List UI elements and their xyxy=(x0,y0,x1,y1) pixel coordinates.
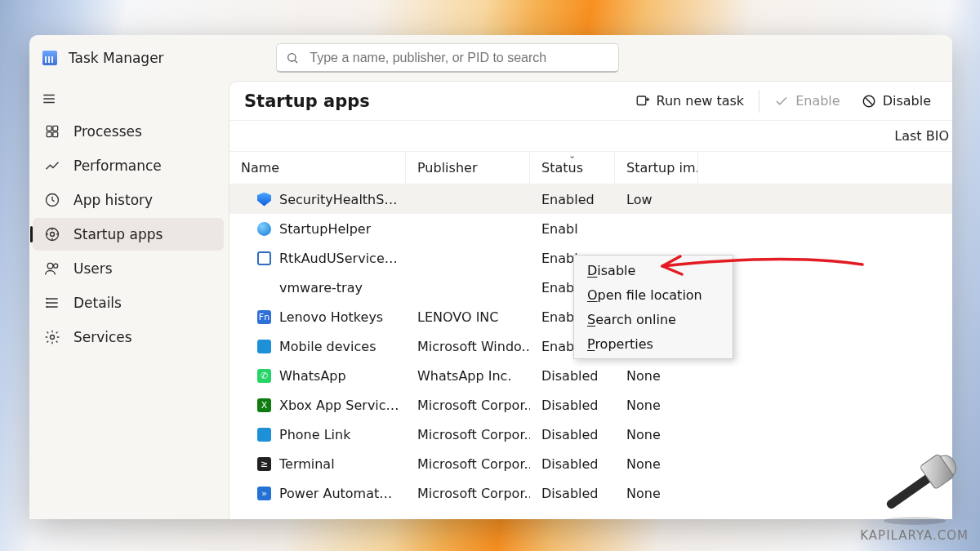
table-row[interactable]: »Power Automate D...Microsoft Corpor...D… xyxy=(229,478,952,508)
sidebar: Processes Performance App history Startu… xyxy=(29,81,229,519)
performance-icon xyxy=(44,158,60,174)
cell-impact: Low xyxy=(615,184,698,214)
cell-impact: None xyxy=(615,478,698,508)
titlebar: Task Manager xyxy=(29,35,952,81)
task-manager-icon xyxy=(42,51,57,65)
panel-header: Startup apps Run new task Enable Disable xyxy=(229,82,952,121)
context-menu-properties[interactable]: Properties xyxy=(576,331,731,356)
sidebar-item-details[interactable]: Details xyxy=(33,287,224,319)
cell-publisher xyxy=(406,243,530,273)
svg-point-22 xyxy=(47,303,47,304)
table-row[interactable]: ≥TerminalMicrosoft Corpor...DisabledNone xyxy=(229,449,952,478)
monitor-icon xyxy=(257,340,271,353)
table-row[interactable]: Phone LinkMicrosoft Corpor...DisabledNon… xyxy=(229,420,952,449)
column-status[interactable]: ⌄ Status xyxy=(530,152,615,184)
shield-icon xyxy=(257,193,271,207)
svg-rect-25 xyxy=(637,96,646,105)
sidebar-item-app-history[interactable]: App history xyxy=(33,184,224,216)
sidebar-item-startup-apps[interactable]: Startup apps xyxy=(33,218,224,251)
cell-publisher: Microsoft Windo... xyxy=(406,331,530,361)
xbox-icon: X xyxy=(257,398,271,412)
cell-name: StartupHelper xyxy=(229,214,406,243)
svg-point-17 xyxy=(54,264,58,268)
cell-impact: None xyxy=(615,420,698,449)
search-box[interactable] xyxy=(276,43,619,73)
cell-status: Disabled xyxy=(530,478,615,508)
square-icon xyxy=(257,251,271,265)
sidebar-item-users[interactable]: Users xyxy=(33,252,224,285)
cell-spacer xyxy=(698,390,952,420)
globe-icon xyxy=(257,222,271,236)
cell-publisher xyxy=(406,273,530,302)
table-row[interactable]: SecurityHealthSystr...EnabledLow xyxy=(229,184,952,214)
flow-icon: » xyxy=(257,487,271,500)
startup-icon xyxy=(44,226,60,242)
cell-spacer xyxy=(698,331,952,361)
cell-spacer xyxy=(698,243,952,273)
context-menu-disable[interactable]: Disable xyxy=(576,258,731,282)
users-icon xyxy=(44,260,60,277)
watermark-text: KAPILARYA.COM xyxy=(860,528,969,543)
sidebar-item-performance[interactable]: Performance xyxy=(33,149,224,182)
context-menu-open-file-location[interactable]: Open file location xyxy=(576,282,731,307)
cell-name: XXbox App Services xyxy=(229,390,406,420)
cell-publisher: Microsoft Corpor... xyxy=(406,449,530,478)
cell-impact xyxy=(615,214,698,243)
whatsapp-icon: ✆ xyxy=(257,369,271,383)
sidebar-item-label: Details xyxy=(74,295,122,311)
sidebar-item-processes[interactable]: Processes xyxy=(33,115,224,148)
context-menu: Disable Open file location Search online… xyxy=(573,255,733,359)
svg-point-21 xyxy=(47,299,47,300)
table-row[interactable]: XXbox App ServicesMicrosoft Corpor...Dis… xyxy=(229,390,952,420)
processes-icon xyxy=(44,123,60,140)
hammer-icon xyxy=(866,449,964,527)
cell-name: Phone Link xyxy=(229,420,406,449)
cell-status: Enabled xyxy=(530,184,615,214)
sub-header: Last BIO xyxy=(229,121,952,152)
enable-label: Enable xyxy=(795,93,840,109)
column-name[interactable]: Name xyxy=(229,152,406,184)
hamburger-button[interactable] xyxy=(33,84,65,113)
svg-point-16 xyxy=(47,263,53,269)
table-row[interactable]: StartupHelperEnabl xyxy=(229,214,952,243)
run-new-task-label: Run new task xyxy=(657,93,745,109)
sidebar-item-services[interactable]: Services xyxy=(33,321,224,353)
sidebar-item-label: Users xyxy=(74,260,113,277)
column-startup-impact[interactable]: Startup im... xyxy=(615,152,698,184)
cell-spacer xyxy=(698,273,952,302)
cell-name: RtkAudUService64 xyxy=(229,243,406,273)
disable-button[interactable]: Disable xyxy=(853,87,939,115)
cell-name: Mobile devices xyxy=(229,331,406,361)
search-input[interactable] xyxy=(276,43,619,73)
sidebar-item-label: Startup apps xyxy=(74,226,163,242)
svg-rect-6 xyxy=(53,126,58,131)
cell-impact: None xyxy=(615,390,698,420)
sort-indicator-icon: ⌄ xyxy=(568,152,576,161)
cell-publisher xyxy=(406,184,530,214)
svg-point-11 xyxy=(51,233,55,237)
svg-point-32 xyxy=(884,517,946,525)
sidebar-item-label: Processes xyxy=(74,123,142,140)
context-menu-search-online[interactable]: Search online xyxy=(576,307,731,331)
cell-name: vmware-tray xyxy=(229,273,406,302)
task-manager-window: Task Manager Processes xyxy=(29,35,952,519)
cell-publisher xyxy=(406,214,530,243)
cell-spacer xyxy=(698,214,952,243)
column-publisher[interactable]: Publisher xyxy=(406,152,530,184)
cell-name: »Power Automate D... xyxy=(229,478,406,508)
cell-impact: None xyxy=(615,449,698,478)
cell-spacer xyxy=(698,361,952,390)
cell-name: FnLenovo Hotkeys xyxy=(229,302,406,331)
panel-title: Startup apps xyxy=(244,91,370,111)
cell-spacer xyxy=(698,302,952,331)
blank-icon xyxy=(257,281,271,295)
cell-status: Enabl xyxy=(530,214,615,243)
cell-name: SecurityHealthSystr... xyxy=(229,184,406,214)
watermark: KAPILARYA.COM xyxy=(860,449,969,543)
table-row[interactable]: ✆WhatsAppWhatsApp Inc.DisabledNone xyxy=(229,361,952,390)
svg-point-23 xyxy=(47,307,47,308)
svg-line-1 xyxy=(295,60,297,63)
run-new-task-button[interactable]: Run new task xyxy=(627,87,753,115)
cell-spacer xyxy=(698,184,952,214)
main-panel: Startup apps Run new task Enable Disable xyxy=(229,81,952,519)
